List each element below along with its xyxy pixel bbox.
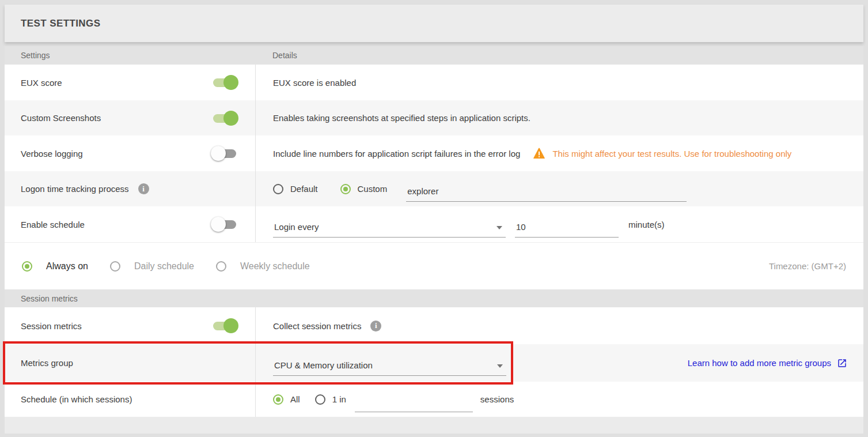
info-icon[interactable]	[370, 321, 381, 331]
row-schedule-sessions: Schedule (in which sessions) All 1 in se…	[5, 382, 863, 417]
enable-schedule-toggle[interactable]	[213, 218, 236, 230]
settings-table: Settings Details EUX score EUX score is …	[5, 46, 863, 417]
radio-icon-weekly-schedule	[216, 261, 226, 272]
metric-groups-link-text: Learn how to add more metric groups	[688, 358, 831, 368]
test-settings-panel: TEST SETTINGS Settings Details EUX score…	[5, 5, 863, 434]
schedule-sessions-label: Schedule (in which sessions)	[21, 394, 132, 404]
custom-screenshots-label: Custom Screenshots	[21, 113, 101, 123]
session-count-input[interactable]	[355, 397, 473, 412]
row-metrics-group: Metrics group CPU & Memory utilization L…	[5, 344, 863, 382]
verbose-logging-detail: Include line numbers for application scr…	[273, 149, 520, 159]
title-gap	[5, 42, 863, 46]
radio-label-daily-schedule: Daily schedule	[134, 261, 194, 272]
radio-label-always-on: Always on	[46, 261, 88, 272]
row-verbose-logging: Verbose logging Include line numbers for…	[5, 135, 863, 171]
warning-triangle-icon	[533, 148, 545, 159]
toggle-thumb	[223, 111, 238, 126]
radio-option-weekly-schedule[interactable]: Weekly schedule	[216, 261, 310, 272]
toggle-thumb	[223, 318, 238, 333]
interval-minutes-input[interactable]	[515, 222, 619, 238]
custom-process-input[interactable]	[406, 186, 687, 202]
column-header-details: Details	[255, 51, 297, 60]
toggle-thumb	[223, 75, 238, 90]
radio-label-custom: Custom	[358, 184, 388, 194]
radio-icon-daily-schedule	[110, 261, 120, 272]
session-metrics-detail: Collect session metrics	[273, 321, 361, 331]
radio-option-daily-schedule[interactable]: Daily schedule	[110, 261, 194, 272]
radio-label-one-in: 1 in	[332, 394, 346, 404]
page-title: TEST SETTINGS	[21, 18, 100, 29]
page-title-bar: TEST SETTINGS	[5, 5, 863, 42]
radio-label-default: Default	[290, 184, 318, 194]
radio-label-weekly-schedule: Weekly schedule	[240, 261, 310, 272]
metrics-group-label: Metrics group	[21, 358, 73, 368]
chevron-down-icon	[497, 364, 503, 368]
login-frequency-select[interactable]: Login every	[273, 222, 506, 238]
custom-screenshots-detail: Enables taking screenshots at specified …	[273, 113, 530, 123]
toggle-thumb	[211, 217, 226, 232]
row-eux-score: EUX score EUX score is enabled	[5, 65, 863, 100]
radio-option-all[interactable]: All	[273, 394, 300, 405]
info-icon[interactable]	[138, 183, 149, 194]
eux-score-label: EUX score	[21, 78, 62, 88]
row-enable-schedule: Enable schedule Login every minute(s)	[5, 206, 863, 242]
panel-footer	[5, 417, 863, 434]
sessions-unit-label: sessions	[480, 394, 514, 404]
verbose-logging-toggle[interactable]	[213, 148, 236, 159]
radio-icon-default	[273, 184, 283, 194]
radio-option-custom[interactable]: Custom	[340, 184, 388, 194]
custom-screenshots-toggle[interactable]	[213, 112, 236, 124]
interval-unit-label: minute(s)	[628, 220, 665, 229]
row-logon-time-tracking: Logon time tracking process Default Cust…	[5, 171, 863, 206]
radio-option-default[interactable]: Default	[273, 184, 318, 194]
metrics-group-value: CPU & Memory utilization	[274, 360, 373, 370]
radio-icon-one-in	[315, 394, 325, 405]
enable-schedule-label: Enable schedule	[21, 220, 85, 229]
column-header-row: Settings Details	[5, 46, 863, 65]
session-metrics-toggle[interactable]	[213, 320, 236, 331]
radio-icon-always-on	[22, 261, 32, 272]
radio-option-always-on[interactable]: Always on	[22, 261, 88, 272]
warning-text: This might affect your test results. Use…	[552, 149, 791, 159]
timezone-label: Timezone: (GMT+2)	[769, 261, 846, 271]
verbose-logging-warning: This might affect your test results. Use…	[533, 148, 791, 159]
login-frequency-value: Login every	[274, 222, 319, 232]
session-metrics-label: Session metrics	[21, 321, 82, 331]
eux-score-detail: EUX score is enabled	[273, 78, 356, 88]
row-custom-screenshots: Custom Screenshots Enables taking screen…	[5, 100, 863, 135]
radio-label-all: All	[290, 394, 300, 404]
logon-time-tracking-label: Logon time tracking process	[21, 184, 129, 194]
chevron-down-icon	[496, 226, 502, 229]
radio-icon-custom	[340, 184, 351, 194]
verbose-logging-label: Verbose logging	[21, 149, 83, 159]
external-link-icon	[837, 358, 847, 368]
toggle-thumb	[211, 146, 226, 161]
section-header-session-metrics: Session metrics	[5, 289, 863, 307]
row-schedule-mode: Always on Daily schedule Weekly schedule…	[5, 242, 863, 289]
eux-score-toggle[interactable]	[213, 77, 236, 88]
metric-groups-link[interactable]: Learn how to add more metric groups	[688, 358, 847, 368]
section-header-label: Session metrics	[21, 294, 78, 303]
radio-option-one-in[interactable]: 1 in	[315, 394, 346, 405]
row-session-metrics: Session metrics Collect session metrics	[5, 307, 863, 344]
metrics-group-select[interactable]: CPU & Memory utilization	[273, 360, 506, 376]
radio-icon-all	[273, 394, 283, 405]
column-header-settings: Settings	[5, 51, 255, 60]
